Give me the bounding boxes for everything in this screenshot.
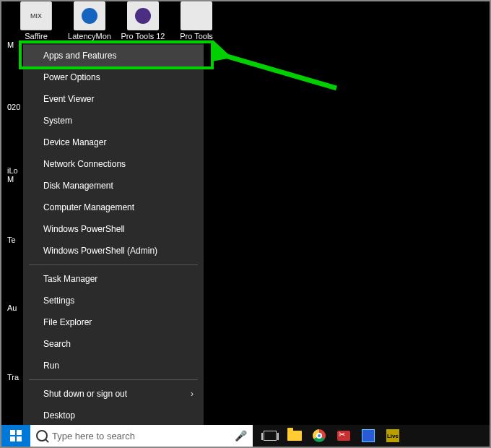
menu-item-task-manager[interactable]: Task Manager [23,268,204,290]
menu-separator [29,379,198,380]
partial-label: 020 [7,103,20,111]
menu-item-windows-powershell-admin-[interactable]: Windows PowerShell (Admin) [23,240,204,262]
partial-label: iLo M [7,166,18,184]
svg-rect-2 [17,430,22,435]
pro-tools-12-app-icon [127,1,159,30]
taskbar-search[interactable]: Type here to search 🎤 [30,425,253,447]
ableton-live-icon: Live [386,429,399,442]
snip-taskbar-button[interactable] [335,427,352,444]
menu-item-label: Windows PowerShell [43,224,125,234]
menu-item-label: Windows PowerShell (Admin) [43,246,157,256]
windows-logo-icon [10,430,22,441]
menu-separator [29,264,198,265]
file-explorer-taskbar-button[interactable] [286,427,303,444]
menu-item-label: Disk Management [43,181,113,191]
desktop-icon-label: LatencyMon [68,32,111,41]
desktop-icon-label: Pro Tools 12 [121,32,165,41]
menu-item-label: Run [43,361,59,371]
menu-item-label: Shut down or sign out [43,389,127,399]
desktop-icon-pro-tools-12[interactable]: Pro Tools 12 [121,1,165,41]
menu-item-label: File Explorer [43,317,92,327]
desktop-icon-label: Pro Tools [180,32,213,41]
menu-item-shut-down-or-sign-out[interactable]: Shut down or sign out› [23,383,204,405]
microphone-icon[interactable]: 🎤 [235,430,247,441]
partial-label: Au [7,303,17,312]
menu-item-label: Settings [43,296,74,306]
chrome-taskbar-button[interactable] [310,427,328,444]
menu-item-system[interactable]: System [23,110,204,132]
task-view-icon [264,431,277,441]
menu-item-label: Task Manager [43,274,97,284]
menu-item-power-options[interactable]: Power Options [23,66,204,88]
task-view-taskbar-button[interactable] [261,427,279,444]
snip-icon [337,431,350,441]
menu-item-disk-management[interactable]: Disk Management [23,175,204,197]
start-button[interactable] [1,425,30,447]
svg-rect-4 [17,436,22,441]
file-explorer-icon [287,431,302,441]
menu-item-label: Computer Management [43,202,134,212]
menu-item-desktop[interactable]: Desktop [23,405,204,426]
menu-item-label: System [43,116,72,126]
menu-item-label: Device Manager [43,137,106,147]
ableton-live-taskbar-button[interactable]: Live [384,427,401,444]
menu-item-apps-and-features[interactable]: Apps and Features [23,45,204,66]
svg-rect-3 [10,436,15,441]
partial-label: M [7,40,14,49]
menu-item-label: Power Options [43,72,100,82]
latencymon-app-icon [74,1,105,30]
app-blue-taskbar-button[interactable] [360,427,377,444]
partial-label: Tra [7,373,19,382]
search-placeholder: Type here to search [52,431,135,441]
menu-item-event-viewer[interactable]: Event Viewer [23,88,204,110]
menu-item-search[interactable]: Search [23,333,204,355]
desktop-icon-saffire[interactable]: MIXSaffire [14,1,58,41]
menu-item-settings[interactable]: Settings [23,290,204,311]
taskbar: Type here to search 🎤 Live [1,425,490,447]
menu-item-label: Desktop [43,410,75,421]
menu-item-computer-management[interactable]: Computer Management [23,197,204,218]
menu-item-windows-powershell[interactable]: Windows PowerShell [23,218,204,240]
menu-item-label: Apps and Features [43,51,116,61]
menu-item-file-explorer[interactable]: File Explorer [23,311,204,333]
menu-item-label: Event Viewer [43,94,94,104]
menu-item-label: Network Connections [43,159,126,169]
menu-item-label: Search [43,339,71,349]
menu-item-network-connections[interactable]: Network Connections [23,153,204,175]
desktop-icon-label: Saffire [25,32,48,41]
svg-rect-1 [10,430,15,435]
pro-tools-app-icon [181,1,212,30]
menu-item-device-manager[interactable]: Device Manager [23,132,204,153]
chevron-right-icon: › [191,389,194,399]
saffire-app-icon: MIX [20,1,52,30]
desktop-icon-pro-tools[interactable]: Pro Tools [175,1,218,41]
chrome-icon [313,429,326,442]
menu-item-run[interactable]: Run [23,355,204,376]
desktop-icon-latencymon[interactable]: LatencyMon [68,1,111,41]
app-blue-icon [362,429,375,442]
winx-context-menu: Apps and FeaturesPower OptionsEvent View… [23,42,204,429]
cortana-icon [36,430,48,441]
partial-label: Te [7,236,16,244]
